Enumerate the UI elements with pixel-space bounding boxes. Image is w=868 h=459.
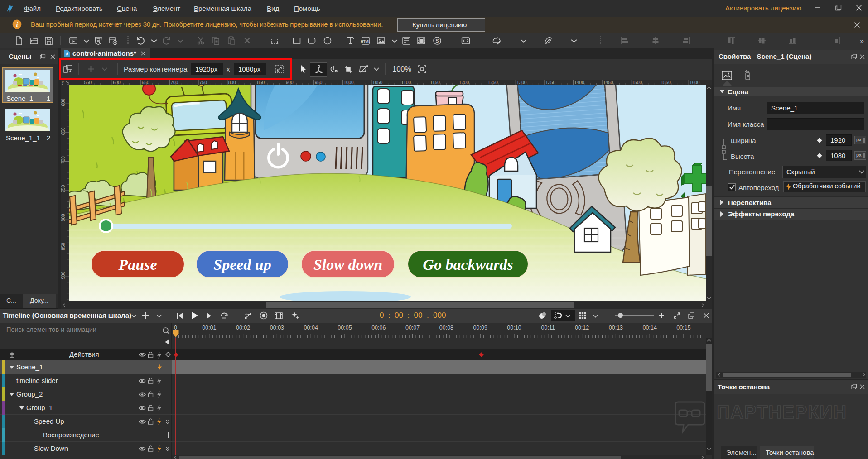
svg-text:00:12: 00:12 bbox=[575, 325, 589, 331]
svg-text:1050: 1050 bbox=[372, 80, 383, 85]
svg-text:S: S bbox=[435, 38, 439, 43]
svg-text:650: 650 bbox=[61, 127, 66, 135]
svg-text:00:14: 00:14 bbox=[643, 325, 657, 331]
svg-text:00:15: 00:15 bbox=[676, 325, 690, 331]
svg-text:00:02: 00:02 bbox=[236, 325, 250, 331]
svg-text:00:10: 00:10 bbox=[507, 325, 521, 331]
svg-text:00:08: 00:08 bbox=[439, 325, 453, 331]
svg-text:Slow down: Slow down bbox=[313, 256, 382, 273]
svg-text:600: 600 bbox=[61, 98, 66, 106]
svg-text:550: 550 bbox=[84, 80, 92, 85]
svg-text:850: 850 bbox=[61, 243, 66, 250]
svg-text:850: 850 bbox=[257, 80, 265, 85]
svg-text:1250: 1250 bbox=[488, 80, 498, 85]
svg-text:900: 900 bbox=[286, 80, 294, 85]
svg-text:Go backwards: Go backwards bbox=[423, 256, 513, 273]
svg-text:00:03: 00:03 bbox=[270, 325, 284, 331]
svg-text:1000: 1000 bbox=[343, 80, 354, 85]
svg-text:00:07: 00:07 bbox=[405, 325, 420, 331]
svg-text:00:05: 00:05 bbox=[338, 325, 352, 331]
svg-text:900: 900 bbox=[61, 271, 66, 279]
svg-text:750: 750 bbox=[199, 80, 207, 85]
svg-text:700: 700 bbox=[61, 156, 66, 164]
svg-text:1600: 1600 bbox=[690, 80, 700, 85]
svg-text:1400: 1400 bbox=[574, 80, 585, 85]
svg-text:1350: 1350 bbox=[545, 80, 556, 85]
svg-text:750: 750 bbox=[61, 185, 66, 192]
svg-text:Speed up: Speed up bbox=[213, 256, 271, 273]
svg-text:00:11: 00:11 bbox=[541, 325, 555, 331]
svg-text:HTML: HTML bbox=[361, 39, 370, 43]
svg-text:950: 950 bbox=[315, 80, 323, 85]
svg-text:00:13: 00:13 bbox=[609, 325, 623, 331]
svg-text:600: 600 bbox=[113, 80, 121, 85]
svg-text:Pause: Pause bbox=[118, 256, 157, 273]
svg-text:1550: 1550 bbox=[661, 80, 671, 85]
svg-text:00:01: 00:01 bbox=[202, 325, 216, 331]
svg-text:1300: 1300 bbox=[516, 80, 527, 85]
svg-text:1200: 1200 bbox=[459, 80, 469, 85]
svg-text:1450: 1450 bbox=[603, 80, 613, 85]
svg-text:700: 700 bbox=[170, 80, 178, 85]
svg-text:800: 800 bbox=[228, 80, 236, 85]
svg-text:1500: 1500 bbox=[632, 80, 642, 85]
svg-text:00:06: 00:06 bbox=[371, 325, 386, 331]
svg-text:800: 800 bbox=[61, 214, 66, 221]
svg-text:00:04: 00:04 bbox=[304, 325, 318, 331]
svg-text:00:09: 00:09 bbox=[473, 325, 487, 331]
svg-text:650: 650 bbox=[142, 80, 149, 85]
